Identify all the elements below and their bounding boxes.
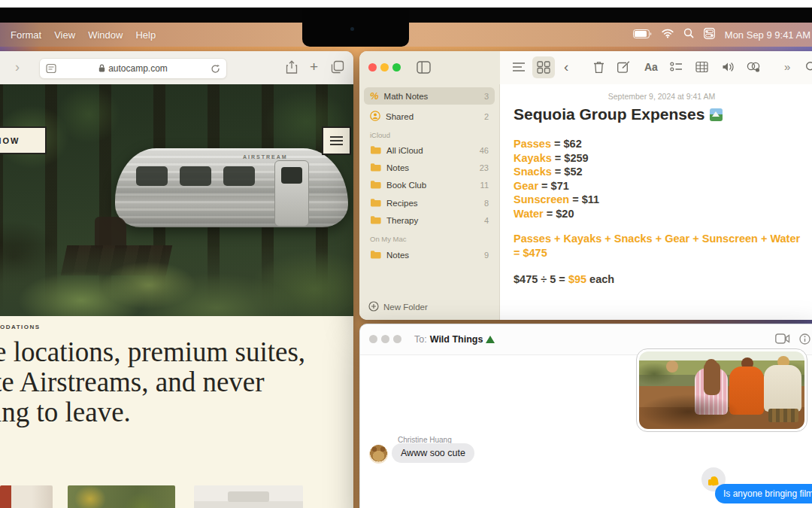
webpage-content: ODATIONS e locations, premium suites, te… — [0, 316, 353, 508]
wifi-icon[interactable] — [662, 28, 674, 41]
more-toolbar-icon[interactable]: » — [784, 61, 790, 72]
reload-icon[interactable] — [211, 63, 220, 77]
hero-photo: AIRSTREAM NOW — [0, 84, 353, 316]
menu-format[interactable]: Format — [11, 29, 41, 41]
photo-message[interactable] — [636, 348, 807, 432]
battery-icon[interactable] — [633, 28, 652, 41]
folder-icon — [370, 198, 381, 208]
sidebar-item-local-notes[interactable]: Notes 9 — [364, 246, 495, 263]
info-icon[interactable] — [799, 333, 810, 348]
zoom-button[interactable] — [392, 63, 401, 71]
gallery-view-icon[interactable] — [537, 61, 550, 77]
new-folder-button[interactable]: New Folder — [368, 301, 428, 313]
search-icon[interactable] — [683, 28, 694, 41]
sum-result: = $475 — [514, 246, 812, 260]
sidebar-item-math-notes[interactable]: % Math Notes 3 — [364, 87, 495, 105]
menu-view[interactable]: View — [54, 29, 75, 41]
patterned-skirt — [768, 409, 798, 422]
facetime-video-icon[interactable] — [775, 333, 790, 347]
macbook-screen: Format View Window Help Mon Sep 9 9:41 A… — [0, 0, 812, 508]
notes-window: ‹ Aa » % Math Notes 3 Shared 2 iCloud — [359, 51, 812, 320]
control-center-icon[interactable] — [704, 28, 715, 42]
messages-window: To: Wild Things Christine Hu — [359, 324, 812, 508]
sum-expression: Passes + Kayaks + Snacks + Gear + Sunscr… — [514, 232, 812, 260]
expense-lines: Passes = $62 Kayaks = $259 Snacks = $52 … — [514, 137, 599, 221]
trailer-window — [136, 166, 168, 186]
sidebar-item-shared[interactable]: Shared 2 — [364, 108, 495, 125]
minimize-button[interactable] — [380, 63, 389, 71]
minimize-button[interactable] — [381, 335, 389, 343]
webpage-eyebrow: ODATIONS — [0, 324, 41, 330]
zoom-button[interactable] — [393, 335, 401, 343]
sidebar-item-therapy[interactable]: Therapy 4 — [364, 211, 495, 229]
outgoing-message-bubble: Is anyone bringing film? — [715, 484, 812, 503]
menu-bar-clock[interactable]: Mon Sep 9 9:41 AM — [725, 29, 810, 41]
math-result: $95 — [568, 273, 586, 285]
menu-window[interactable]: Window — [88, 29, 123, 41]
folder-icon — [370, 145, 381, 156]
share-icon[interactable] — [286, 60, 298, 78]
sidebar-item-book-club[interactable]: Book Club 11 — [364, 176, 495, 193]
compose-icon[interactable] — [617, 61, 631, 77]
reader-icon[interactable] — [46, 63, 56, 77]
close-button[interactable] — [369, 335, 377, 343]
gallery-thumbnail[interactable] — [194, 485, 303, 508]
folder-icon — [370, 250, 381, 260]
sidebar-item-notes[interactable]: Notes 23 — [364, 159, 495, 176]
close-button[interactable] — [368, 63, 377, 71]
tab-overview-icon[interactable] — [331, 60, 344, 77]
trash-icon[interactable] — [593, 61, 604, 77]
trailer-brand-text: AIRSTREAM — [243, 154, 288, 160]
book-now-button[interactable]: NOW — [0, 126, 47, 154]
long-hair — [704, 362, 720, 395]
person-cream-sweater — [764, 365, 801, 412]
notes-titlebar[interactable] — [359, 51, 500, 85]
section-label-icloud: iCloud — [370, 131, 390, 139]
division-line: $475 ÷ 5 = $95 each — [514, 273, 614, 285]
group-photo — [639, 351, 804, 429]
bear-memoji-avatar[interactable] — [369, 445, 388, 464]
expense-line: Snacks = $52 — [514, 165, 599, 179]
media-link-icon[interactable] — [747, 61, 761, 76]
gallery-thumbnail[interactable] — [68, 485, 175, 508]
airstream-trailer: AIRSTREAM — [115, 148, 348, 227]
sidebar-toggle-icon[interactable] — [417, 61, 431, 77]
trailer-window — [223, 166, 255, 186]
tent-emoji — [486, 336, 495, 343]
photo-shadow — [639, 394, 738, 429]
shared-person-icon — [370, 111, 380, 123]
camera-dot — [350, 27, 354, 31]
address-bar[interactable]: autocamp.com — [39, 58, 227, 79]
checklist-icon[interactable] — [670, 61, 683, 75]
trailer-door — [274, 160, 309, 227]
expense-line: Water = $20 — [514, 207, 599, 221]
expense-line: Gear = $71 — [514, 179, 599, 193]
recipient-field[interactable]: To: Wild Things — [414, 334, 495, 345]
folder-icon — [370, 163, 381, 173]
gallery-thumbnail[interactable] — [0, 485, 53, 508]
forward-icon[interactable]: › — [15, 60, 20, 74]
new-tab-icon[interactable]: + — [310, 59, 318, 74]
notes-search-icon[interactable] — [805, 61, 812, 76]
sidebar-item-all-icloud[interactable]: All iCloud 46 — [364, 141, 495, 159]
hamburger-menu-button[interactable] — [322, 126, 351, 155]
table-icon[interactable] — [695, 61, 708, 76]
note-editor[interactable]: September 9, 2024 at 9:41 AM Sequoia Gro… — [500, 84, 812, 320]
expense-line: Sunscreen = $11 — [514, 193, 599, 207]
back-icon[interactable]: ‹ — [564, 59, 568, 74]
folder-icon — [370, 180, 381, 190]
plus-circle-icon — [368, 301, 379, 313]
safari-toolbar[interactable]: › autocamp.com + — [0, 51, 353, 85]
audio-icon[interactable] — [722, 61, 735, 76]
menu-help[interactable]: Help — [135, 29, 156, 41]
format-icon[interactable]: Aa — [644, 61, 658, 73]
expense-line: Passes = $62 — [514, 137, 599, 151]
url-text: autocamp.com — [108, 63, 168, 74]
notes-sidebar: % Math Notes 3 Shared 2 iCloud All iClou… — [359, 84, 500, 320]
expense-line: Kayaks = $259 — [514, 151, 599, 166]
math-notes-icon: % — [370, 90, 379, 102]
lock-icon — [98, 62, 105, 75]
list-view-icon[interactable] — [512, 61, 526, 76]
safari-window: › autocamp.com + AIRSTREAM NOW — [0, 51, 353, 508]
sidebar-item-recipes[interactable]: Recipes 8 — [364, 194, 495, 211]
